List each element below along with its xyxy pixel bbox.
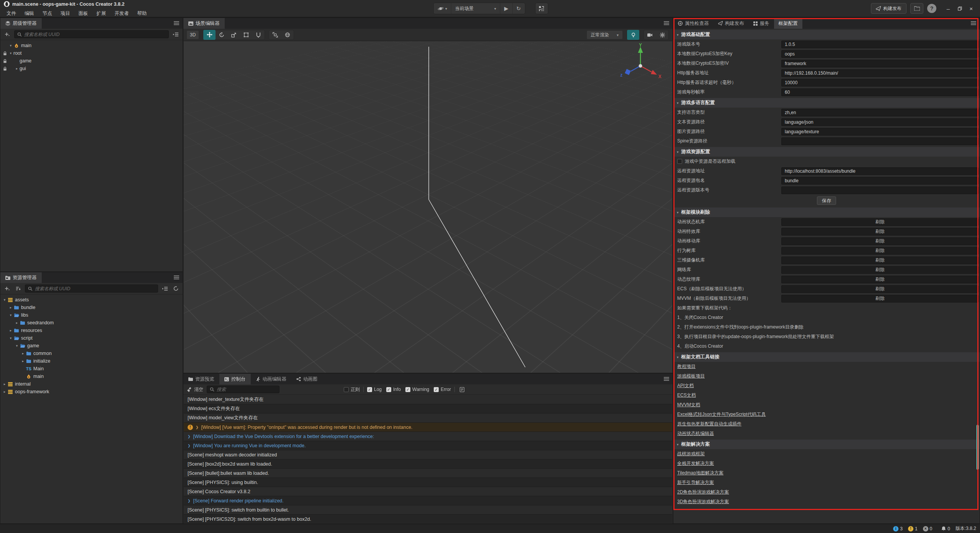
scene-viewport[interactable]: Y X z	[184, 41, 672, 373]
field-input[interactable]	[781, 88, 979, 96]
console-tab-资源预览[interactable]: 资源预览	[183, 374, 219, 384]
panel-menu-icon[interactable]	[971, 21, 976, 25]
link-Tiledmap地图解决方案[interactable]: Tiledmap地图解决方案	[677, 470, 724, 476]
remote-load-checkbox[interactable]: 游戏中资源是否远程加载	[673, 157, 980, 166]
console-search[interactable]	[207, 386, 279, 393]
chevron-right-icon[interactable]: ▸	[20, 352, 26, 355]
menu-item[interactable]: 节点	[38, 9, 56, 18]
remove-module-button[interactable]: 剔除	[781, 237, 979, 245]
chevron-down-icon[interactable]: ▾	[14, 344, 20, 348]
chevron-down-icon[interactable]: ▾	[8, 313, 13, 317]
inspector-tab-属性检查器[interactable]: 属性检查器	[673, 18, 714, 29]
scale-tool-button[interactable]	[228, 30, 240, 40]
menu-item[interactable]: 面板	[74, 9, 92, 18]
tree-node-main[interactable]: main	[0, 373, 183, 380]
tree-node-resources[interactable]: ▸resources	[0, 327, 183, 334]
scene-selector[interactable]: 当前场景 ▾	[451, 3, 500, 14]
link-新手引导解决方案[interactable]: 新手引导解决方案	[677, 479, 714, 486]
expand-chevron-icon[interactable]: ❯	[188, 435, 191, 438]
console-search-input[interactable]	[217, 387, 276, 392]
tree-node-seedrandom[interactable]: ▸seedrandom	[0, 319, 183, 327]
field-input[interactable]	[781, 118, 979, 126]
status-info-count[interactable]: i 3	[893, 526, 903, 531]
snap-corner-button[interactable]	[269, 30, 281, 40]
link-全栈开发解决方案[interactable]: 全栈开发解决方案	[677, 460, 714, 467]
log-row[interactable]: [Window] ecs文件夹存在	[184, 404, 672, 414]
sort-assets-icon[interactable]	[14, 285, 22, 293]
log-row[interactable]: ❯[Scene] Forward render pipeline initial…	[184, 496, 672, 505]
preview-qr-button[interactable]	[535, 3, 548, 14]
section-框架文档工具链接[interactable]: ▾框架文档工具链接	[673, 352, 980, 362]
hierarchy-search[interactable]	[14, 30, 169, 38]
hierarchy-search-input[interactable]	[24, 32, 166, 37]
filter-log-checkbox[interactable]: ✓Log	[367, 387, 382, 392]
clear-console-button[interactable]: 清空	[187, 386, 203, 393]
chevron-right-icon[interactable]: ▸	[14, 321, 20, 325]
tree-node-libs[interactable]: ▾libs	[0, 311, 183, 319]
expand-chevron-icon[interactable]: ❯	[188, 444, 191, 448]
tree-node-oops-framework[interactable]: ▸oops-framework	[0, 388, 183, 396]
link-原生包热更新配置自动生成插件[interactable]: 原生包热更新配置自动生成插件	[677, 421, 742, 427]
save-button[interactable]: 保存	[817, 196, 836, 205]
build-publish-button[interactable]: 构建发布	[871, 3, 906, 14]
log-row[interactable]: ❯[Window] Download the Vue Devtools exte…	[184, 432, 672, 441]
chevron-right-icon[interactable]: ▸	[8, 329, 13, 332]
inspector-tab-框架配置[interactable]: 框架配置	[774, 18, 802, 29]
menu-item[interactable]: 帮助	[133, 9, 151, 18]
minimize-button[interactable]: –	[942, 3, 954, 14]
inspector-tab-服务[interactable]: 服务	[749, 18, 774, 29]
regex-checkbox[interactable]: 正则	[344, 386, 360, 393]
dimension-toggle-button[interactable]: 3D	[186, 30, 199, 39]
collapse-all-icon[interactable]	[172, 31, 180, 38]
log-row[interactable]: ❯[Window] You are running Vue in develop…	[184, 441, 672, 450]
panel-menu-icon[interactable]	[174, 21, 179, 25]
chevron-right-icon[interactable]: ▸	[14, 67, 20, 70]
link-Excel格式转Json文件与TypeScript代码工具[interactable]: Excel格式转Json文件与TypeScript代码工具	[677, 411, 766, 418]
axis-gizmo[interactable]: Y X z	[616, 43, 665, 86]
link-3D角色扮演游戏解决方案[interactable]: 3D角色扮演游戏解决方案	[677, 499, 729, 505]
inspector-tab-构建发布[interactable]: 构建发布	[714, 18, 749, 29]
restore-button[interactable]	[954, 3, 965, 14]
log-row[interactable]: [Scene] Cocos Creator v3.8.2	[184, 487, 672, 496]
remove-module-button[interactable]: 剔除	[781, 276, 979, 283]
filter-warning-checkbox[interactable]: ✓Warning	[405, 387, 429, 392]
field-input[interactable]	[781, 41, 979, 48]
panel-menu-icon[interactable]	[664, 377, 669, 381]
tree-node-game[interactable]: ▾game	[0, 342, 183, 350]
field-input[interactable]	[781, 186, 979, 194]
console-tab-动画编辑器[interactable]: 动画编辑器	[251, 374, 292, 384]
remove-module-button[interactable]: 剔除	[781, 228, 979, 235]
gizmo-space-button[interactable]	[281, 30, 294, 40]
tab-assets[interactable]: 资源管理器	[0, 272, 42, 283]
remove-module-button[interactable]: 剔除	[781, 266, 979, 274]
link-ECS文档[interactable]: ECS文档	[677, 392, 696, 399]
menu-item[interactable]: 开发者	[110, 9, 133, 18]
chevron-right-icon[interactable]: ▸	[2, 382, 7, 386]
section-框架解决方案[interactable]: ▾框架解决方案	[673, 440, 980, 449]
open-project-folder-button[interactable]	[910, 3, 923, 14]
field-input[interactable]	[781, 177, 979, 185]
close-button[interactable]: ×	[965, 3, 977, 14]
status-notifications[interactable]: 0	[941, 526, 950, 531]
filter-error-checkbox[interactable]: ✓Error	[434, 387, 451, 392]
link-战棋游戏框架[interactable]: 战棋游戏框架	[677, 451, 705, 457]
help-button[interactable]: ?	[927, 4, 936, 13]
play-button[interactable]: ▶	[500, 3, 513, 14]
log-file-icon[interactable]	[458, 386, 466, 393]
remove-module-button[interactable]: 剔除	[781, 247, 979, 255]
lighting-toggle-button[interactable]	[627, 30, 639, 40]
link-教程项目[interactable]: 教程项目	[677, 363, 696, 370]
expand-chevron-icon[interactable]: ❯	[188, 499, 191, 503]
link-MVVM文档[interactable]: MVVM文档	[677, 402, 700, 408]
log-row[interactable]: !❯[Window] [Vue warn]: Property "onInput…	[184, 423, 672, 432]
chevron-right-icon[interactable]: ▸	[20, 359, 26, 363]
menu-item[interactable]: 文件	[2, 9, 20, 18]
console-tab-动画图[interactable]: 动画图	[291, 374, 323, 384]
remove-module-button[interactable]: 剔除	[781, 218, 979, 226]
field-input[interactable]	[781, 128, 979, 136]
log-row[interactable]: [Scene] [box2d]:box2d wasm lib loaded.	[184, 459, 672, 469]
tree-node-main[interactable]: ▾main	[0, 42, 183, 49]
tree-node-initialize[interactable]: ▸initialize	[0, 357, 183, 365]
log-row[interactable]: [Scene] [PHYSICS]: switch from builtin t…	[184, 505, 672, 515]
log-row[interactable]: [Scene] meshopt wasm decoder initialized	[184, 450, 672, 459]
